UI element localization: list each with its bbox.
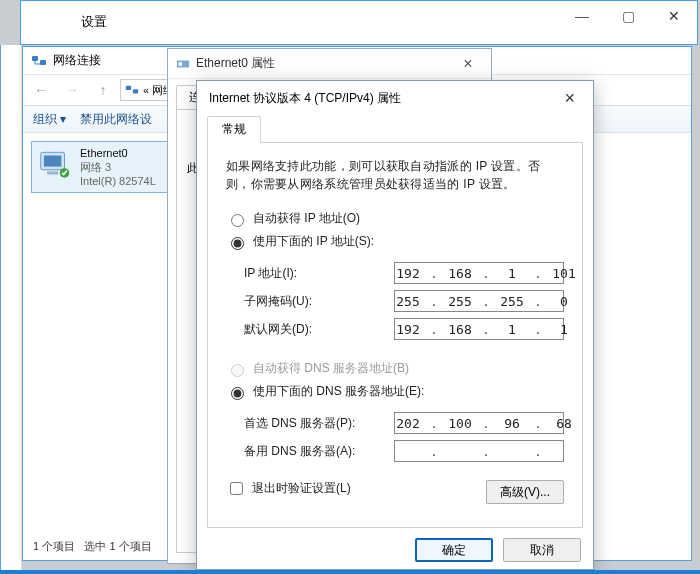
organize-menu[interactable]: 组织 ▾ (33, 111, 66, 128)
eth-title: Ethernet0 属性 (196, 55, 275, 72)
radio-auto-dns: 自动获得 DNS 服务器地址(B) (226, 357, 564, 380)
label-validate: 退出时验证设置(L) (252, 480, 351, 497)
label-dns2: 备用 DNS 服务器(A): (244, 443, 394, 460)
adapter-icon (36, 146, 74, 184)
label-dns1: 首选 DNS 服务器(P): (244, 415, 394, 432)
svg-rect-9 (179, 62, 183, 66)
item-count: 1 个项目 (33, 540, 75, 552)
input-ip[interactable]: 192.168.1.101 (394, 262, 564, 284)
ok-button[interactable]: 确定 (415, 538, 493, 562)
ipv4-title: Internet 协议版本 4 (TCP/IPv4) 属性 (209, 90, 401, 107)
close-button[interactable]: ✕ (651, 1, 697, 31)
advanced-button[interactable]: 高级(V)... (486, 480, 564, 504)
adapter-name: Ethernet0 (80, 146, 156, 160)
cancel-button[interactable]: 取消 (503, 538, 581, 562)
input-gateway[interactable]: 192.168.1.1 (394, 318, 564, 340)
label-gw: 默认网关(D): (244, 321, 394, 338)
settings-window: 设置 — ▢ ✕ (20, 0, 698, 45)
input-dns1[interactable]: 202.100.96.68 (394, 412, 564, 434)
forward-button[interactable]: → (58, 78, 86, 102)
taskbar-edge (0, 570, 700, 574)
input-mask[interactable]: 255.255.255.0 (394, 290, 564, 312)
network-icon (125, 83, 139, 97)
back-button[interactable]: ← (27, 78, 55, 102)
radio-use-ip[interactable]: 使用下面的 IP 地址(S): (226, 230, 564, 253)
ipv4-description: 如果网络支持此功能，则可以获取自动指派的 IP 设置。否则，你需要从网络系统管理… (226, 157, 564, 193)
nic-icon (176, 57, 190, 71)
adapter-network: 网络 3 (80, 160, 156, 174)
disable-device-menu[interactable]: 禁用此网络设 (80, 111, 152, 128)
tab-general[interactable]: 常规 (207, 116, 261, 143)
label-mask: 子网掩码(U): (244, 293, 394, 310)
minimize-button[interactable]: — (559, 1, 605, 31)
svg-rect-6 (47, 171, 58, 174)
radio-use-dns[interactable]: 使用下面的 DNS 服务器地址(E): (226, 380, 564, 403)
svg-rect-2 (126, 86, 131, 90)
checkbox-validate[interactable] (230, 482, 243, 495)
adapter-item[interactable]: Ethernet0 网络 3 Intel(R) 82574L (31, 141, 181, 193)
status-bar: 1 个项目 选中 1 个项目 (33, 539, 152, 554)
up-button[interactable]: ↑ (89, 78, 117, 102)
netc-title-text: 网络连接 (53, 52, 101, 69)
adapter-device: Intel(R) 82574L (80, 174, 156, 188)
window-controls: — ▢ ✕ (559, 1, 697, 31)
selected-count: 选中 1 个项目 (84, 540, 151, 552)
settings-sidebar-strip (0, 45, 22, 574)
radio-auto-ip[interactable]: 自动获得 IP 地址(O) (226, 207, 564, 230)
svg-rect-5 (44, 156, 61, 167)
close-button[interactable]: × (558, 86, 581, 111)
input-dns2[interactable]: ... (394, 440, 564, 462)
close-button[interactable]: × (453, 55, 483, 73)
settings-title: 设置 (81, 13, 107, 31)
ipv4-properties-dialog: Internet 协议版本 4 (TCP/IPv4) 属性 × 常规 如果网络支… (196, 80, 594, 570)
network-icon (31, 53, 47, 69)
svg-rect-3 (133, 89, 138, 93)
maximize-button[interactable]: ▢ (605, 1, 651, 31)
label-ip: IP 地址(I): (244, 265, 394, 282)
svg-rect-0 (32, 56, 38, 61)
